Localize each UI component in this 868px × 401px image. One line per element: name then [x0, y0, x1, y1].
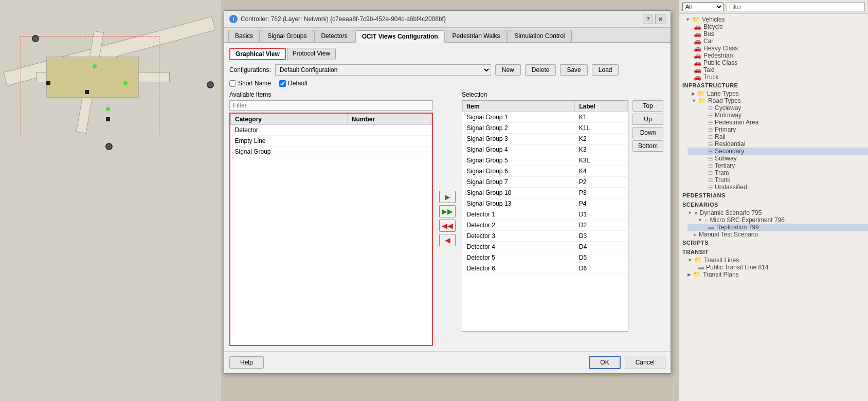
sub-tab-protocol[interactable]: Protocol View — [287, 48, 336, 60]
sidebar-item-public-class[interactable]: 🚗Public Class — [683, 59, 868, 66]
sidebar-item-replication[interactable]: ▬ Replication 799 — [688, 224, 868, 231]
selection-item-row[interactable]: Detector 5D5 — [463, 252, 628, 263]
sidebar-item-rail[interactable]: ⊟Rail — [688, 133, 868, 140]
selection-item-row[interactable]: Signal Group 3K2 — [463, 134, 628, 144]
sidebar-item-pedestrian[interactable]: 🚗Pedestrian — [683, 52, 868, 59]
sidebar-item-transit-lines[interactable]: ▼ 📁 Transit Lines — [683, 257, 868, 264]
sidebar-item-transit-plans[interactable]: ▶ 📁 Transit Plans — [683, 271, 868, 278]
sidebar-item-bicycle[interactable]: 🚗Bicycle — [683, 23, 868, 30]
sidebar-item-bus[interactable]: 🚗Bus — [683, 30, 868, 38]
filter-input[interactable] — [229, 100, 433, 111]
sidebar-item-road-types[interactable]: ▼ 📁 Road Types — [683, 97, 868, 104]
sidebar-item-taxi[interactable]: 🚗Taxi — [683, 66, 868, 74]
short-name-checkbox[interactable] — [229, 80, 236, 87]
available-items-panel: Available Items Category Number — [229, 91, 433, 346]
up-button[interactable]: Up — [632, 114, 663, 125]
sidebar-item-manual-test[interactable]: ▸ Manual Test Scenario — [683, 231, 868, 238]
category-cell: Empty Line — [231, 136, 348, 147]
selection-item-row[interactable]: Signal Group 7P2 — [463, 177, 628, 188]
top-button[interactable]: Top — [632, 100, 663, 112]
vehicle-icon: 🚗 — [694, 38, 701, 45]
new-button[interactable]: New — [495, 64, 521, 76]
configurations-select[interactable]: Default Configuration — [275, 64, 491, 76]
vehicle-icon: 🚗 — [694, 23, 701, 30]
selection-item-row[interactable]: Signal Group 1K1 — [463, 112, 628, 123]
sidebar-item-undassified[interactable]: ⊟Undassified — [688, 184, 868, 191]
sidebar-item-motorway[interactable]: ⊟Motorway — [688, 112, 868, 119]
sidebar-item-micro-src[interactable]: ▼ ○ Micro SRC Experiment 796 — [688, 216, 868, 224]
load-button[interactable]: Load — [592, 64, 619, 76]
sidebar-item-heavy-class[interactable]: 🚗Heavy Class — [683, 45, 868, 52]
sidebar-item-pedestrian-area[interactable]: ⊟Pedestrian Area — [688, 119, 868, 126]
sidebar-dropdown[interactable]: All — [682, 2, 724, 11]
selection-item-row[interactable]: Detector 3D3 — [463, 231, 628, 242]
sidebar-item-vehicles[interactable]: ▼ 📁 Vehicles — [679, 16, 868, 23]
short-name-label[interactable]: Short Name — [229, 80, 271, 87]
chevron-down-icon: ▼ — [698, 217, 702, 223]
sidebar-item-secondary[interactable]: ⊟Secondary — [688, 148, 868, 155]
item-cell: Signal Group 5 — [463, 155, 575, 166]
folder-icon: 📁 — [692, 16, 700, 23]
selection-table-wrapper[interactable]: Item Label Signal Group 1K1Signal Group … — [462, 100, 628, 332]
sidebar-item-public-transit[interactable]: ▬ Public Transit Line 814 — [683, 264, 868, 271]
available-items-scroll[interactable]: Category Number DetectorEmpty LineSignal… — [230, 114, 432, 345]
selection-item-row[interactable]: Signal Group 6K4 — [463, 166, 628, 177]
cancel-button[interactable]: Cancel — [625, 356, 665, 369]
delete-button[interactable]: Delete — [525, 64, 556, 76]
help-footer-btn[interactable]: Help — [229, 356, 264, 369]
sidebar-item-trunk[interactable]: ⊟Trunk — [688, 176, 868, 184]
selection-item-row[interactable]: Signal Group 10P3 — [463, 188, 628, 198]
transfer-left-btn[interactable]: ◀ — [439, 234, 456, 246]
ok-button[interactable]: OK — [589, 356, 620, 369]
sub-tab-graphical[interactable]: Graphical View — [229, 48, 286, 60]
map-canvas — [5, 5, 216, 396]
dialog-help-btn[interactable]: ? — [643, 14, 653, 24]
map-node — [32, 35, 39, 42]
sidebar-item-lane-types[interactable]: ▶ 📁 Lane Types — [683, 90, 868, 97]
selection-item-row[interactable]: Signal Group 13P4 — [463, 198, 628, 209]
item-cell: Detector 3 — [463, 231, 575, 242]
sidebar-item-tram[interactable]: ⊟Tram — [688, 169, 868, 176]
transfer-right-btn[interactable]: ▶ — [439, 191, 456, 203]
transfer-right-all-btn[interactable]: ▶▶ — [439, 205, 456, 217]
tab-ocit-views[interactable]: OCIT Views Configuration — [355, 30, 445, 43]
selection-item-row[interactable]: Detector 6D6 — [463, 263, 628, 274]
tab-basics[interactable]: Basics — [228, 30, 260, 42]
sidebar-item-dynamic-scenario[interactable]: ▼ ● Dynamic Scenario 795 — [683, 209, 868, 216]
sidebar-item-tertiary[interactable]: ⊟Tertiary — [688, 162, 868, 169]
sidebar-item-residential[interactable]: ⊟Residential — [688, 140, 868, 148]
available-item-row[interactable]: Signal Group — [231, 147, 432, 157]
selection-item-row[interactable]: Detector 4D4 — [463, 242, 628, 252]
vehicles-group: 🚗Bicycle 🚗Bus 🚗Car 🚗Heavy Class 🚗Pedestr… — [679, 23, 868, 81]
transfer-left-all-btn[interactable]: ◀◀ — [439, 220, 456, 232]
available-item-row[interactable]: Empty Line — [231, 136, 432, 147]
bottom-button[interactable]: Bottom — [632, 140, 663, 152]
available-item-row[interactable]: Detector — [231, 125, 432, 136]
vehicle-icon: 🚗 — [694, 52, 701, 59]
selection-item-row[interactable]: Signal Group 5K3L — [463, 155, 628, 166]
sidebar-item-cycleway[interactable]: ⊟Cycleway — [688, 104, 868, 112]
default-label[interactable]: Default — [279, 80, 308, 87]
category-cell: Detector — [231, 125, 348, 136]
scenario-icon: ● — [694, 210, 698, 216]
tab-signal-groups[interactable]: Signal Groups — [261, 30, 313, 42]
sidebar-item-truck[interactable]: 🚗Truck — [683, 74, 868, 81]
sidebar-item-primary[interactable]: ⊟Primary — [688, 126, 868, 133]
tab-simulation-control[interactable]: Simulation Control — [508, 30, 571, 42]
selection-item-row[interactable]: Detector 1D1 — [463, 209, 628, 220]
selection-item-row[interactable]: Signal Group 4K3 — [463, 144, 628, 155]
selection-item-row[interactable]: Detector 2D2 — [463, 220, 628, 231]
sidebar-item-car[interactable]: 🚗Car — [683, 38, 868, 45]
item-cell: Detector 5 — [463, 252, 575, 263]
available-items-title: Available Items — [229, 91, 433, 98]
default-checkbox[interactable] — [279, 80, 286, 87]
dialog-close-btn[interactable]: ✕ — [655, 14, 665, 24]
tab-detectors[interactable]: Detectors — [314, 30, 354, 42]
sidebar-filter-input[interactable] — [727, 2, 865, 11]
down-button[interactable]: Down — [632, 127, 663, 138]
selection-item-row[interactable]: Signal Group 2K1L — [463, 123, 628, 134]
save-button[interactable]: Save — [560, 64, 587, 76]
tab-pedestrian-walks[interactable]: Pedestrian Walks — [446, 30, 507, 42]
label-cell: D1 — [575, 209, 628, 220]
sidebar-item-subway[interactable]: ⊟Subway — [688, 155, 868, 162]
